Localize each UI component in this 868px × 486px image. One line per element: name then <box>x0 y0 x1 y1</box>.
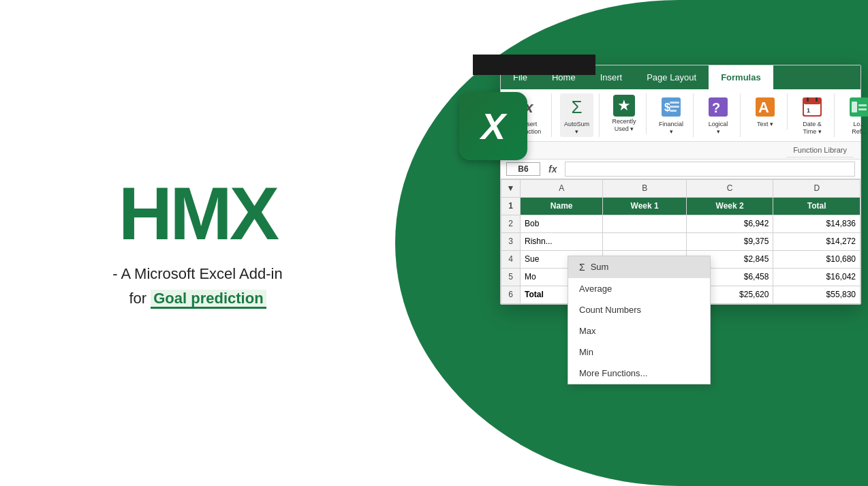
text-group: A Text ▾ <box>743 93 788 130</box>
h-total: Total <box>773 197 861 215</box>
formula-input[interactable] <box>565 162 855 177</box>
excel-logo-box: X <box>459 92 527 160</box>
autosum-button[interactable]: Σ AutoSum ▾ <box>560 93 593 137</box>
tab-page-layout[interactable]: Page Layout <box>634 65 709 89</box>
financial-icon: $ <box>659 95 683 119</box>
col-a-header: A <box>521 179 603 197</box>
svg-text:?: ? <box>712 100 720 115</box>
cell-d3[interactable]: $14,272 <box>773 232 861 250</box>
col-c-header: C <box>686 179 773 197</box>
recently-used-icon: ★ <box>613 95 635 117</box>
text-label: Text ▾ <box>757 121 773 128</box>
formula-bar: B6 fx <box>501 160 861 179</box>
date-time-button[interactable]: 1 Date &Time ▾ <box>796 93 828 137</box>
subtitle-line2-prefix: for <box>129 290 146 307</box>
table-header-row: 1 Name Week 1 Week 2 Total <box>501 197 861 215</box>
lookup-group: Lo...Ref... <box>837 93 868 137</box>
dark-topbar <box>473 55 595 75</box>
excel-logo: X <box>459 92 527 160</box>
lookup-button[interactable]: Lo...Ref... <box>843 93 868 137</box>
svg-rect-18 <box>858 104 867 106</box>
financial-group: $ Financial ▾ <box>649 93 694 137</box>
svg-rect-4 <box>670 106 679 108</box>
cell-d5[interactable]: $16,042 <box>773 268 861 286</box>
h-week1: Week 1 <box>603 197 686 215</box>
cell-c2[interactable]: $6,942 <box>686 215 773 232</box>
cell-d4[interactable]: $10,680 <box>773 250 861 268</box>
svg-text:$: $ <box>664 102 670 113</box>
dropdown-count-label: Count Numbers <box>579 305 641 315</box>
dropdown-item-sum[interactable]: Σ Sum <box>568 256 710 278</box>
logical-button[interactable]: ? Logical ▾ <box>702 93 734 137</box>
autosum-icon: Σ <box>565 95 589 119</box>
row-6-header: 6 <box>501 286 521 303</box>
ribbon-toolbar: fx InsertFunction Σ AutoSum ▾ ★ Recently… <box>501 89 861 142</box>
cell-c3[interactable]: $9,375 <box>686 232 773 250</box>
financial-label: Financial ▾ <box>659 121 683 136</box>
autosum-group: Σ AutoSum ▾ <box>555 93 600 137</box>
text-button[interactable]: A Text ▾ <box>749 93 781 130</box>
dropdown-item-count[interactable]: Count Numbers <box>568 299 710 320</box>
cell-a2[interactable]: Bob <box>521 215 603 232</box>
row-2-header: 2 <box>501 215 521 232</box>
svg-rect-5 <box>670 110 677 112</box>
left-content: HMX - A Microsoft Excel Add-in for Goal … <box>0 0 395 486</box>
logical-label: Logical ▾ <box>706 121 730 136</box>
dropdown-item-max[interactable]: Max <box>568 320 710 341</box>
dropdown-item-average[interactable]: Average <box>568 278 710 299</box>
subtitle-highlight: Goal prediction <box>151 290 266 309</box>
svg-text:A: A <box>758 99 769 116</box>
svg-rect-13 <box>807 97 809 102</box>
autosum-dropdown[interactable]: Σ Sum Average Count Numbers Max Min More… <box>568 256 711 384</box>
cell-a3[interactable]: Rishn... <box>521 232 603 250</box>
subtitle: - A Microsoft Excel Add-in for Goal pred… <box>112 262 282 309</box>
h-week2: Week 2 <box>686 197 773 215</box>
fx-symbol: fx <box>548 164 557 174</box>
dropdown-sum-label: Sum <box>591 262 609 272</box>
function-library-label: Function Library <box>786 143 854 157</box>
table-row: 3 Rishn... $9,375 $14,272 <box>501 232 861 250</box>
svg-text:1: 1 <box>807 107 810 114</box>
subtitle-line1: - A Microsoft Excel Add-in <box>112 265 282 282</box>
autosum-label: AutoSum ▾ <box>564 121 589 136</box>
cell-b3[interactable] <box>603 232 686 250</box>
recently-used-group: ★ RecentlyUsed ▾ <box>602 93 647 134</box>
sum-icon: Σ <box>579 262 585 273</box>
lookup-icon <box>847 95 868 119</box>
table-row: 2 Bob $6,942 $14,836 <box>501 215 861 232</box>
app-title: HMX <box>119 176 277 251</box>
recently-used-button[interactable]: ★ RecentlyUsed ▾ <box>608 93 640 134</box>
dropdown-max-label: Max <box>579 326 596 336</box>
financial-button[interactable]: $ Financial ▾ <box>655 93 687 137</box>
cell-d6[interactable]: $55,830 <box>773 286 861 303</box>
corner-cell: ▼ <box>501 179 521 197</box>
excel-x-letter: X <box>481 105 506 147</box>
svg-rect-12 <box>804 99 820 104</box>
name-box[interactable]: B6 <box>506 162 540 176</box>
tab-formulas[interactable]: Formulas <box>709 65 773 89</box>
date-time-icon: 1 <box>800 95 824 119</box>
dropdown-average-label: Average <box>579 284 612 294</box>
row-1-header: 1 <box>501 197 521 215</box>
col-d-header: D <box>773 179 861 197</box>
svg-rect-14 <box>816 97 818 102</box>
row-3-header: 3 <box>501 232 521 250</box>
logical-group: ? Logical ▾ <box>696 93 741 137</box>
dropdown-min-label: Min <box>579 347 593 357</box>
logical-icon: ? <box>706 95 730 119</box>
h-name: Name <box>521 197 603 215</box>
lookup-label: Lo...Ref... <box>852 121 867 136</box>
row-5-header: 5 <box>501 268 521 286</box>
spreadsheet: ▼ A B C D 1 Name Week 1 Week 2 Total <box>501 179 861 304</box>
svg-rect-19 <box>858 108 867 110</box>
date-time-label: Date &Time ▾ <box>803 121 822 136</box>
row-4-header: 4 <box>501 250 521 268</box>
cell-b2[interactable] <box>603 215 686 232</box>
excel-window: File Home Insert Page Layout Formulas fx… <box>500 65 861 305</box>
svg-rect-17 <box>852 102 857 112</box>
dropdown-item-more[interactable]: More Functions... <box>568 363 710 384</box>
col-b-header: B <box>603 179 686 197</box>
cell-d2[interactable]: $14,836 <box>773 215 861 232</box>
dropdown-item-min[interactable]: Min <box>568 341 710 363</box>
recently-used-label: RecentlyUsed ▾ <box>613 118 636 133</box>
